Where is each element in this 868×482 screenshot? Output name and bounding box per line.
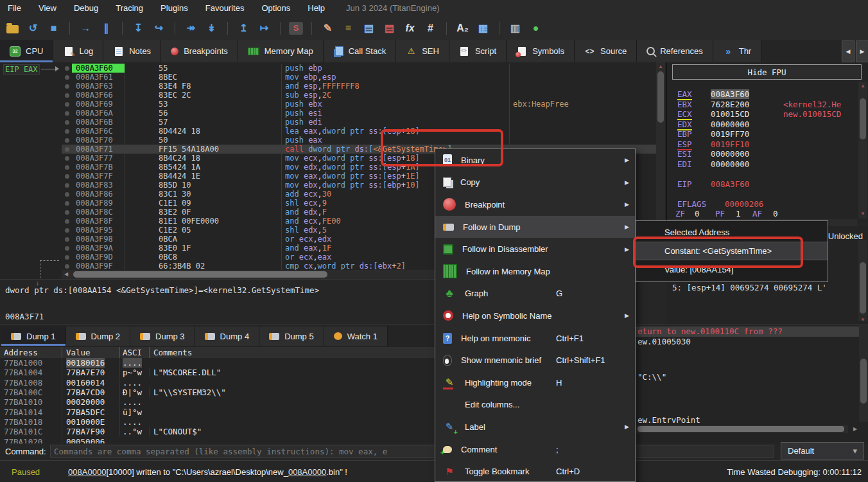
breakpoint-dot[interactable] [62, 147, 72, 152]
register-row[interactable]: ESP0019FF10 [667, 139, 860, 149]
scroll-down-icon[interactable] [858, 316, 867, 324]
stack-vertical-scrollbar[interactable] [859, 325, 868, 422]
breakpoint-dot[interactable] [62, 111, 72, 116]
register-row[interactable]: EBP0019FF70 [667, 129, 860, 139]
register-value[interactable]: 010015CD [711, 109, 749, 119]
menu-view[interactable]: View [39, 3, 56, 13]
menu-item-edit-columns-[interactable]: Edit columns... [435, 394, 635, 416]
breakpoint-dot[interactable] [62, 84, 72, 89]
tab-dump-5[interactable]: Dump 5 [259, 326, 324, 346]
favourites-icon[interactable]: ≡ [341, 21, 356, 36]
stop-icon[interactable]: ■ [46, 21, 61, 36]
breakpoint-dot[interactable] [62, 219, 72, 224]
breakpoint-dot[interactable] [62, 102, 72, 107]
restart-icon[interactable]: ↺ [26, 21, 40, 36]
disasm-row[interactable]: 008A3F7050push eax [62, 136, 656, 145]
tab-notes[interactable]: Notes [103, 40, 161, 62]
breakpoint-dot[interactable] [62, 201, 72, 206]
breakpoint-dot[interactable] [62, 129, 72, 134]
tab-scroll-right-button[interactable] [856, 40, 868, 62]
script-icon[interactable]: S [289, 22, 303, 35]
breakpoint-dot[interactable] [62, 120, 72, 125]
disasm-row[interactable]: 008A3F6B57push edi [62, 118, 656, 127]
compare-icon[interactable]: ▤ [361, 21, 376, 36]
menu-item-toggle-bookmark[interactable]: ⚑Toggle BookmarkCtrl+D [435, 460, 635, 482]
fx-icon[interactable]: fx [403, 21, 417, 36]
column-header-value[interactable]: Value [62, 347, 119, 358]
step-out-icon[interactable]: ↥ [236, 21, 251, 36]
tab-log[interactable]: Log [53, 40, 103, 62]
trace-over-icon[interactable]: ↡ [204, 21, 219, 36]
breakpoint-dot[interactable] [62, 192, 72, 197]
breakpoint-dot[interactable] [62, 210, 72, 215]
registers-vertical-scrollbar[interactable] [858, 82, 867, 219]
menu-item-help-on-symbolic-name[interactable]: Help on Symbolic Name [435, 305, 635, 327]
scroll-up-icon[interactable] [656, 63, 665, 71]
scroll-thumb[interactable] [638, 426, 844, 432]
breakpoint-dot[interactable] [62, 183, 72, 188]
font-icon[interactable]: A₂ [455, 21, 470, 36]
stack-horizontal-scrollbar[interactable] [636, 425, 848, 433]
pause-icon[interactable]: ∥ [99, 21, 114, 36]
menu-item-label[interactable]: ✎Label [435, 416, 635, 438]
step-over-icon[interactable]: ↪ [152, 21, 166, 36]
tab-dump-4[interactable]: Dump 4 [195, 326, 260, 346]
scroll-up-icon[interactable] [858, 82, 867, 90]
tab-scroll-left-button[interactable] [842, 40, 855, 62]
menu-item-graph[interactable]: ♣GraphG [435, 283, 635, 305]
tab-seh[interactable]: ⚠SEH [396, 40, 449, 62]
register-row[interactable]: EDI00000000 [667, 159, 860, 169]
run-icon[interactable]: → [78, 21, 93, 36]
breakpoint-dot[interactable] [62, 138, 72, 143]
stack-row[interactable]: eturn to new.0100110C from ??? [635, 326, 860, 337]
arguments-vertical-scrollbar[interactable] [858, 240, 867, 321]
register-row[interactable]: ECX010015CDnew.010015CD [667, 109, 860, 119]
disasm-row[interactable]: 008A3F6953push ebxebx:HeapFree [62, 100, 656, 109]
disasm-row[interactable]: 008A3F6383E4 F8and esp,FFFFFFF8 [62, 82, 656, 91]
register-row[interactable]: EIP008A3F60 [667, 179, 860, 189]
menu-item-show-mnemonic-brief[interactable]: Show mnemonic briefCtrl+Shift+F1 [435, 349, 635, 371]
menu-item-help-on-mnemonic[interactable]: ?Help on mnemonicCtrl+F1 [435, 327, 635, 350]
scroll-thumb[interactable] [657, 71, 664, 123]
stack-row[interactable]: ew.EntrvPoint [635, 415, 860, 425]
register-row[interactable]: EFLAGS00000206 [667, 199, 860, 209]
disasm-row[interactable]: 008A3F6055push ebp [62, 64, 656, 73]
menu-item-highlighting-mode[interactable]: ✎Highlighting modeH [435, 371, 635, 394]
register-row[interactable]: EBX7628E200<kernel32.He [667, 100, 860, 109]
tab-references[interactable]: References [637, 40, 713, 62]
scroll-left-icon[interactable] [62, 271, 71, 278]
submenu-item-constant[interactable]: Constant: <GetSystemTime> [636, 242, 828, 260]
submenu-item-selected-address[interactable]: Selected Address [636, 223, 828, 242]
tab-source[interactable]: <>Source [575, 40, 637, 62]
menu-item-follow-in-memory-map[interactable]: Follow in Memory Map [435, 260, 635, 283]
scroll-thumb[interactable] [73, 271, 327, 278]
hash-icon[interactable]: # [423, 21, 438, 36]
tab-symbols[interactable]: Symbols [507, 40, 575, 62]
breakpoint-dot[interactable] [62, 264, 72, 269]
menu-favourites[interactable]: Favourites [205, 3, 245, 13]
register-value[interactable]: 00000000 [711, 159, 749, 169]
register-value[interactable]: 7628E200 [711, 100, 749, 109]
columns-icon[interactable]: ▥ [508, 21, 523, 36]
column-header-asci[interactable]: ASCI [119, 347, 149, 358]
register-value[interactable]: 008A3F60 [711, 89, 749, 99]
register-row[interactable]: EAX008A3F60 [667, 89, 860, 99]
trace-into-icon[interactable]: ↠ [184, 21, 198, 36]
open-file-icon[interactable] [6, 25, 19, 33]
menu-item-comment[interactable]: Comment; [435, 438, 635, 461]
step-into-icon[interactable]: ↧ [131, 21, 146, 36]
tab-dump-3[interactable]: Dump 3 [130, 326, 195, 346]
tab-dump-2[interactable]: Dump 2 [66, 326, 131, 346]
breakpoint-dot[interactable] [62, 246, 72, 251]
disasm-row[interactable]: 008A3F6C8D4424 18lea eax,dword ptr ss:[e… [62, 127, 656, 136]
breakpoint-dot[interactable] [62, 66, 72, 71]
disasm-row[interactable]: 008A3F6683EC 2Csub esp,2C [62, 91, 656, 100]
menu-options[interactable]: Options [261, 3, 290, 13]
flag-value[interactable]: 0 [695, 209, 700, 219]
tab-memory-map[interactable]: Memory Map [238, 40, 324, 62]
tab-breakpoints[interactable]: Breakpoints [161, 40, 238, 62]
menu-debug[interactable]: Debug [74, 3, 98, 13]
modules-icon[interactable]: ▦ [476, 21, 490, 36]
menu-item-binary[interactable]: 01Binary [435, 149, 635, 172]
breakpoint-dot[interactable] [62, 165, 72, 170]
